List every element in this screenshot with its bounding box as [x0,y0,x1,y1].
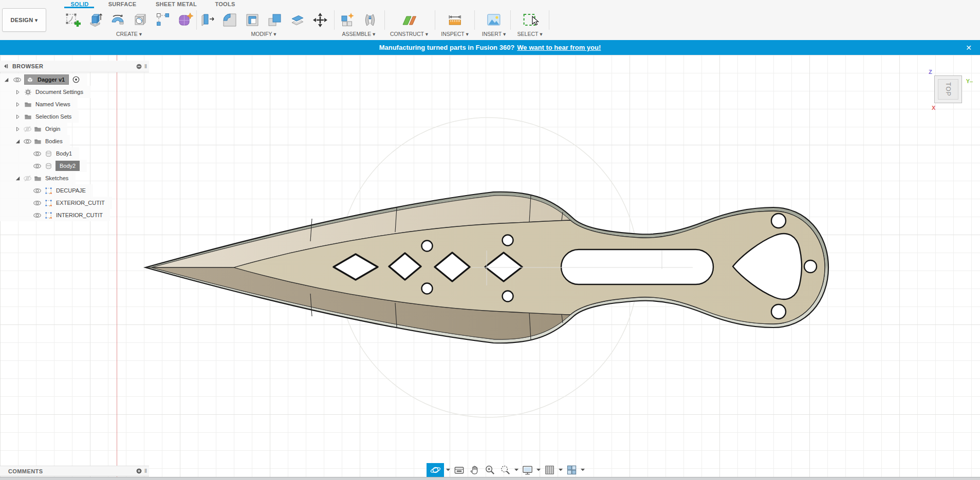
navigation-bar [427,463,585,477]
tree-item-sketch-exterior[interactable]: EXTERIOR_CUTIT [0,197,112,209]
viewports-dropdown[interactable] [580,463,585,477]
hole-small-1 [422,241,433,252]
zoom-window-dropdown[interactable] [514,463,519,477]
select-button[interactable] [521,11,539,29]
hole-small-3 [503,235,513,246]
fillet-button[interactable] [220,11,239,29]
combine-button[interactable] [266,11,284,29]
construct-menu[interactable]: CONSTRUCT ▾ [390,31,428,37]
group-inspect: INSPECT ▾ [441,10,469,37]
move-copy-button[interactable] [311,11,329,29]
grid-settings-button[interactable] [543,463,557,477]
measure-button[interactable] [446,11,464,29]
look-at-button[interactable] [452,463,466,477]
press-pull-button[interactable] [198,11,216,29]
tree-item-sketches[interactable]: Sketches [0,172,76,184]
grid-icon [544,464,556,476]
revolve-button[interactable] [108,11,127,29]
viewcube-top-face[interactable]: TOP [938,79,958,100]
group-insert: INSERT ▾ [482,10,506,37]
browser-title: BROWSER [12,63,43,69]
comments-title: COMMENTS [8,468,43,474]
viewport-canvas[interactable]: TOP Z Y X BROWSER ‖ [0,55,980,477]
expand-closed-icon[interactable] [14,113,21,120]
zoom-window-button[interactable] [498,463,512,477]
visibility-eye-icon[interactable] [33,199,42,207]
tree-item-body2-selected[interactable]: Body2 [0,160,87,172]
tab-tools[interactable]: TOOLS [215,1,235,7]
pattern-button[interactable] [154,11,172,29]
design-workspace-dropdown[interactable]: DESIGN ▾ [2,8,46,32]
orbit-button[interactable] [427,463,444,477]
offset-face-button[interactable] [288,11,307,29]
visibility-eye-off-icon[interactable] [23,125,32,133]
panel-grip[interactable]: ‖ [144,468,147,474]
display-settings-button[interactable] [521,463,534,477]
tree-item-origin[interactable]: Origin [0,123,67,135]
browser-panel-header[interactable]: BROWSER ‖ [0,61,149,72]
inspect-menu[interactable]: INSPECT ▾ [441,31,469,37]
viewcube[interactable]: TOP Z Y X [934,75,962,103]
tree-item-selection-sets[interactable]: Selection Sets [0,110,79,123]
expand-closed-icon[interactable] [14,89,21,95]
tree-item-sketch-interior[interactable]: INTERIOR_CUTIT [0,209,110,221]
banner-close-button[interactable]: ✕ [966,40,972,55]
construct-plane-button[interactable] [400,11,418,29]
insert-image-icon [486,12,502,28]
tree-item-sketch-decupaje[interactable]: DECUPAJE [0,184,93,197]
select-menu[interactable]: SELECT ▾ [517,31,543,37]
expand-open-icon[interactable] [14,175,21,182]
new-component-button[interactable] [338,11,357,29]
visibility-eye-icon[interactable] [33,162,42,170]
tree-item-document-settings[interactable]: Document Settings [0,86,90,98]
shell-button[interactable] [243,11,262,29]
active-tab-indicator [64,7,94,8]
hole-button[interactable] [131,11,150,29]
insert-canvas-button[interactable] [485,11,503,29]
activate-radio-icon[interactable] [72,75,80,84]
folder-icon [24,101,32,108]
modify-menu[interactable]: MODIFY ▾ [251,31,276,37]
tree-item-document[interactable]: Dagger v1 [0,73,87,86]
viewports-button[interactable] [565,463,579,477]
selected-item-highlight: Body2 [56,161,80,171]
tree-item-body1[interactable]: Body1 [0,147,79,160]
insert-menu[interactable]: INSERT ▾ [482,31,506,37]
add-comment-icon[interactable] [136,468,142,474]
expand-open-icon[interactable] [14,138,21,145]
hole-small-4 [503,291,513,302]
tree-item-bodies[interactable]: Bodies [0,135,70,147]
visibility-eye-icon[interactable] [33,186,42,195]
panel-grip[interactable]: ‖ [144,64,147,69]
visibility-eye-icon[interactable] [33,211,42,220]
group-modify: MODIFY ▾ [198,10,329,37]
visibility-eye-icon[interactable] [13,75,22,84]
display-settings-icon [522,464,533,476]
create-sketch-button[interactable] [63,11,82,29]
collapse-panel-icon[interactable] [2,63,9,70]
tab-surface[interactable]: SURFACE [108,1,137,7]
zoom-button[interactable] [483,463,497,477]
comments-panel-header[interactable]: COMMENTS ‖ [0,466,149,476]
expand-closed-icon[interactable] [14,101,21,108]
banner-link[interactable]: We want to hear from you! [517,44,601,51]
remove-panel-icon[interactable] [136,63,142,70]
document-highlight[interactable]: Dagger v1 [24,74,69,85]
create-form-button[interactable] [176,11,195,29]
display-settings-dropdown[interactable] [536,463,541,477]
expand-closed-icon[interactable] [14,126,21,132]
create-menu[interactable]: CREATE ▾ [116,31,142,37]
assemble-menu[interactable]: ASSEMBLE ▾ [342,31,376,37]
visibility-eye-icon[interactable] [33,149,42,158]
visibility-eye-off-icon[interactable] [23,174,32,183]
caret-down-icon [446,469,450,471]
tree-item-named-views[interactable]: Named Views [0,98,78,110]
tab-sheet-metal[interactable]: SHEET METAL [156,1,197,7]
pan-button[interactable] [468,463,482,477]
extrude-button[interactable] [86,11,104,29]
joint-button[interactable] [361,11,379,29]
grid-settings-dropdown[interactable] [558,463,563,477]
expand-open-icon[interactable] [3,76,10,83]
orbit-dropdown[interactable] [446,463,451,477]
visibility-eye-icon[interactable] [23,137,32,146]
